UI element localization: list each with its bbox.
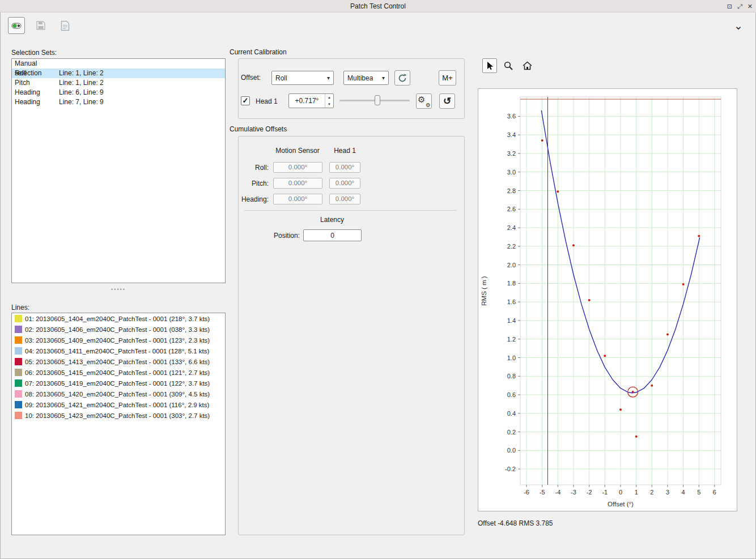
line-color-swatch bbox=[15, 358, 22, 365]
slider-thumb[interactable] bbox=[375, 95, 380, 105]
selection-set-name: Heading bbox=[15, 97, 59, 107]
save-icon bbox=[36, 20, 46, 31]
offset-type-value: Roll bbox=[275, 74, 287, 82]
svg-text:1.4: 1.4 bbox=[507, 317, 516, 324]
line-item[interactable]: 06: 20130605_1415_em2040C_PatchTest - 00… bbox=[12, 367, 225, 378]
toggle-icon bbox=[11, 20, 22, 31]
line-label: 06: 20130605_1415_em2040C_PatchTest - 00… bbox=[25, 369, 210, 376]
position-label: Position: bbox=[239, 232, 300, 240]
line-item[interactable]: 10: 20130605_1423_em2040C_PatchTest - 00… bbox=[12, 410, 225, 421]
current-calibration-group: Offset: Roll ▾ Multibea ▾ M+ ✓ Head 1 +0… bbox=[238, 58, 465, 119]
svg-text:6: 6 bbox=[713, 489, 716, 496]
svg-text:5: 5 bbox=[697, 489, 700, 496]
position-row: Position: 0 bbox=[239, 229, 431, 241]
home-view-button[interactable] bbox=[520, 58, 534, 73]
spin-down-icon[interactable]: ▼ bbox=[325, 101, 333, 108]
head1-checkbox[interactable]: ✓ bbox=[241, 96, 250, 105]
toggle-display-button[interactable] bbox=[8, 17, 25, 34]
titlebar[interactable]: Patch Test Control ⊡ ⤢ ✕ bbox=[0, 0, 756, 12]
line-item[interactable]: 01: 20130605_1404_em2040C_PatchTest - 00… bbox=[12, 313, 225, 324]
cumulative-row-label: Pitch: bbox=[239, 180, 269, 187]
cumulative-row-label: Roll: bbox=[239, 164, 269, 172]
selection-sets-list[interactable]: Manual selectionRollLine: 1, Line: 2Pitc… bbox=[11, 58, 226, 283]
head1-label: Head 1 bbox=[256, 97, 278, 105]
magnifier-icon bbox=[503, 61, 513, 71]
svg-text:0.2: 0.2 bbox=[507, 429, 516, 436]
spin-up-icon[interactable]: ▲ bbox=[325, 94, 333, 101]
report-button[interactable] bbox=[57, 17, 74, 34]
motion-sensor-offset-field: 0.000° bbox=[273, 194, 322, 204]
selection-set-row[interactable]: HeadingLine: 7, Line: 9 bbox=[12, 97, 225, 107]
svg-text:2.8: 2.8 bbox=[507, 187, 516, 194]
selection-set-row[interactable]: PitchLine: 1, Line: 2 bbox=[12, 78, 225, 88]
selection-set-row[interactable]: RollLine: 1, Line: 2 bbox=[12, 69, 225, 78]
svg-text:-0.2: -0.2 bbox=[505, 466, 516, 472]
svg-text:0.0: 0.0 bbox=[507, 447, 516, 454]
svg-text:2.2: 2.2 bbox=[507, 243, 516, 250]
line-item[interactable]: 03: 20130605_1409_em2040C_PatchTest - 00… bbox=[12, 335, 225, 345]
head1-offset-spinbox[interactable]: +0.717° ▲ ▼ bbox=[288, 93, 334, 108]
float-window-icon[interactable]: ⊡ bbox=[727, 3, 732, 10]
maximize-icon[interactable]: ⤢ bbox=[737, 3, 742, 10]
collapse-toolbar-button[interactable]: ⌄ bbox=[731, 18, 746, 33]
calibration-chart-panel: -6-5-4-3-2-10123456-0.20.00.20.40.60.81.… bbox=[478, 88, 737, 511]
line-item[interactable]: 04: 20130605_1411_em2040C_PatchTest - 00… bbox=[12, 345, 225, 356]
line-item[interactable]: 05: 20130605_1413_em2040C_PatchTest - 00… bbox=[12, 356, 225, 367]
head1-offset-slider[interactable] bbox=[339, 95, 410, 105]
offset-label: Offset: bbox=[241, 74, 261, 82]
line-item[interactable]: 09: 20130605_1421_em2040C_PatchTest - 00… bbox=[12, 399, 225, 410]
lines-list[interactable]: 01: 20130605_1404_em2040C_PatchTest - 00… bbox=[11, 313, 226, 535]
svg-text:1.2: 1.2 bbox=[507, 336, 516, 343]
close-icon[interactable]: ✕ bbox=[747, 3, 753, 10]
line-color-swatch bbox=[15, 401, 22, 408]
splitter-handle[interactable]: ••••• bbox=[11, 286, 226, 293]
selection-set-row[interactable]: Manual selection bbox=[12, 59, 225, 69]
selection-set-lines: Line: 6, Line: 9 bbox=[59, 88, 225, 97]
motion-sensor-column-header: Motion Sensor bbox=[269, 147, 326, 155]
position-input[interactable]: 0 bbox=[303, 229, 362, 241]
svg-text:3.0: 3.0 bbox=[507, 169, 516, 176]
svg-text:3.2: 3.2 bbox=[507, 150, 516, 157]
memory-plus-button[interactable]: M+ bbox=[439, 70, 456, 86]
memory-plus-label: M+ bbox=[442, 74, 452, 82]
selection-set-lines bbox=[59, 59, 225, 69]
head1-column-header: Head 1 bbox=[329, 147, 360, 155]
line-label: 03: 20130605_1409_em2040C_PatchTest - 00… bbox=[25, 337, 210, 344]
motion-sensor-offset-field: 0.000° bbox=[273, 162, 322, 173]
line-label: 02: 20130605_1406_em2040C_PatchTest - 00… bbox=[25, 326, 210, 333]
zoom-tool-button[interactable] bbox=[501, 58, 516, 73]
svg-text:-3: -3 bbox=[571, 489, 576, 496]
min-marker-dot bbox=[632, 391, 634, 393]
svg-text:-5: -5 bbox=[540, 489, 545, 496]
line-color-swatch bbox=[15, 347, 22, 355]
line-item[interactable]: 07: 20130605_1419_em2040C_PatchTest - 00… bbox=[12, 378, 225, 389]
calibration-chart[interactable]: -6-5-4-3-2-10123456-0.20.00.20.40.60.81.… bbox=[478, 89, 737, 511]
offset-type-select[interactable]: Roll ▾ bbox=[271, 71, 334, 85]
line-label: 08: 20130605_1420_em2040C_PatchTest - 00… bbox=[25, 391, 210, 398]
selection-set-row[interactable]: HeadingLine: 6, Line: 9 bbox=[12, 88, 225, 97]
line-item[interactable]: 02: 20130605_1406_em2040C_PatchTest - 00… bbox=[12, 324, 225, 335]
refresh-button[interactable] bbox=[394, 70, 410, 86]
svg-text:0.8: 0.8 bbox=[507, 373, 516, 379]
latency-header: Latency bbox=[239, 216, 426, 224]
line-item[interactable]: 08: 20130605_1420_em2040C_PatchTest - 00… bbox=[12, 389, 225, 399]
pointer-tool-button[interactable] bbox=[482, 58, 497, 73]
undo-button[interactable]: ↺ bbox=[439, 93, 455, 109]
head1-offset-field: 0.000° bbox=[329, 178, 360, 189]
line-label: 01: 20130605_1404_em2040C_PatchTest - 00… bbox=[25, 315, 210, 322]
svg-text:-1: -1 bbox=[602, 489, 608, 496]
lines-label: Lines: bbox=[11, 304, 29, 311]
selection-set-name: Pitch bbox=[15, 78, 59, 88]
selection-set-name: Manual selection bbox=[15, 59, 59, 69]
settings-button[interactable]: ⚙ ⚙ bbox=[416, 93, 432, 109]
home-icon bbox=[522, 61, 533, 71]
sonar-select[interactable]: Multibea ▾ bbox=[343, 71, 389, 85]
line-color-swatch bbox=[15, 315, 22, 322]
line-label: 10: 20130605_1423_em2040C_PatchTest - 00… bbox=[25, 412, 210, 419]
cumulative-offset-row: Heading:0.000°0.000° bbox=[239, 194, 464, 204]
save-button[interactable] bbox=[32, 17, 49, 34]
y-axis-label: RMS ( m ) bbox=[481, 276, 487, 306]
head1-offset-field: 0.000° bbox=[329, 162, 360, 173]
current-calibration-header: Current Calibration bbox=[230, 48, 287, 56]
cursor-arrow-icon bbox=[485, 61, 495, 71]
